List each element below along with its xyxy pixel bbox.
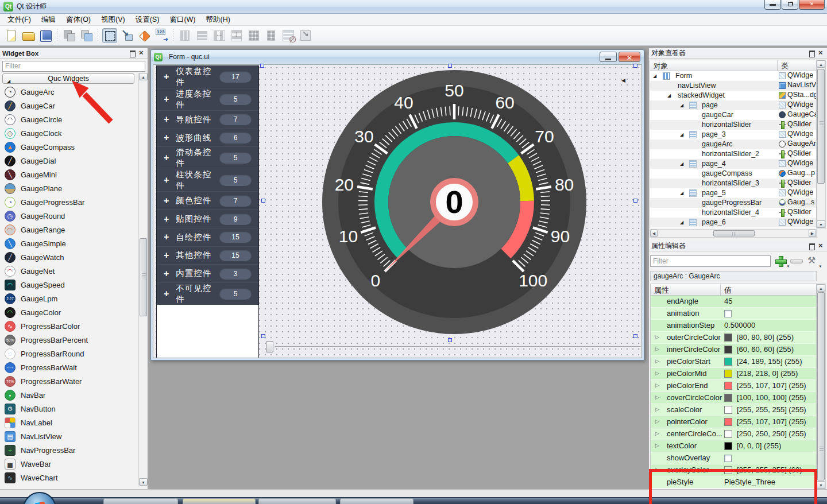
property-value-cell[interactable]: [80, 80, 80] (255) [724, 332, 816, 344]
property-value-cell[interactable]: [255, 107, 107] (255) [724, 380, 816, 392]
widget-item-GaugeSpeed[interactable]: ◠GaugeSpeed [0, 278, 139, 292]
tree-row-page_3[interactable]: ◢page_3QWidge [650, 130, 816, 139]
widget-filter-input[interactable] [2, 61, 145, 72]
selection-handle[interactable] [633, 64, 637, 68]
tree-row-page_4[interactable]: ◢page_4QWidge [650, 159, 816, 169]
widget-item-GaugeRange[interactable]: ◠GaugeRange [0, 223, 139, 237]
nav-item-2[interactable]: +导航控件7 [157, 111, 258, 129]
property-value-cell[interactable]: 45 [724, 296, 816, 308]
taskbar-button-3[interactable] [340, 498, 413, 504]
restore-button[interactable] [782, 0, 798, 10]
close-panel-icon[interactable] [817, 243, 825, 250]
menu-item-0[interactable]: 文件(F) [2, 14, 36, 26]
widget-item-NavProgressBar[interactable]: +NavProgressBar [0, 443, 139, 457]
widget-item-ProgressBarColor[interactable]: ∿ProgressBarColor [0, 319, 139, 333]
property-value-cell[interactable] [724, 308, 816, 320]
nav-item-0[interactable]: +仪表盘控件17 [157, 66, 258, 88]
widget-item-ProgressBarPercent[interactable]: 50%ProgressBarPercent [0, 333, 139, 347]
property-row-textColor[interactable]: ▷textColor[0, 0, 0] (255) [651, 440, 816, 452]
widget-item-NavListView[interactable]: ▤NavListView [0, 429, 139, 443]
nav-item-3[interactable]: +波形曲线6 [157, 129, 258, 148]
property-row-outerCircleColor[interactable]: ▷outerCircleColor[80, 80, 80] (255) [651, 332, 816, 344]
widget-item-ProgressBarWater[interactable]: 74%ProgressBarWater [0, 374, 139, 388]
tree-row-navListView[interactable]: navListViewNavListV [650, 81, 816, 91]
tree-row-gaugeArc[interactable]: gaugeArcGaugeAr [650, 139, 816, 149]
tree-row-Form[interactable]: ◢FormQWidge [650, 71, 816, 81]
tree-row-page[interactable]: ◢pageQWidge [650, 100, 816, 110]
checkbox-unchecked[interactable] [724, 455, 732, 462]
widget-item-GaugeSimple[interactable]: ╲GaugeSimple [0, 237, 139, 250]
menu-item-5[interactable]: 窗口(W) [164, 14, 200, 26]
property-value-cell[interactable] [724, 452, 816, 464]
property-value-cell[interactable]: [24, 189, 155] (255) [724, 356, 816, 368]
selection-handle[interactable] [448, 338, 452, 342]
expand-arrow-icon[interactable]: ▷ [655, 443, 659, 448]
widget-item-GaugePlane[interactable]: GaugePlane [0, 181, 139, 195]
widget-item-NavLabel[interactable]: +NavLabel [0, 416, 139, 429]
widget-item-ProgressBarWait[interactable]: ⋯ProgressBarWait [0, 360, 139, 374]
widget-item-GaugeArc[interactable]: ◔GaugeArc [0, 85, 139, 99]
expander-icon[interactable]: ◢ [680, 191, 683, 196]
expand-arrow-icon[interactable]: ▷ [655, 334, 659, 340]
nav-item-11[interactable]: +不可见控件5 [157, 283, 258, 305]
selection-handle[interactable] [261, 334, 265, 338]
taskbar-button-2[interactable] [258, 498, 336, 504]
scroll-down-icon[interactable]: ▼ [817, 220, 825, 228]
property-value-cell[interactable]: 0.500000 [724, 320, 816, 332]
expand-arrow-icon[interactable]: ▷ [655, 394, 659, 400]
column-class[interactable]: 类 [778, 60, 792, 71]
form-titlebar[interactable]: Qt Form - quc.ui ✕ [151, 50, 644, 64]
form-minimize-button[interactable] [600, 52, 617, 62]
expander-icon[interactable]: ◢ [680, 132, 683, 137]
nav-item-1[interactable]: +进度条控件5 [157, 88, 258, 111]
widget-item-GaugeCircle[interactable]: ◠GaugeCircle [0, 113, 139, 126]
widget-list-scrollbar[interactable]: ▲ ▼ [138, 73, 148, 486]
scrollbar-thumb[interactable] [713, 230, 755, 237]
nav-item-7[interactable]: +贴图控件9 [157, 210, 258, 228]
property-value-cell[interactable]: [218, 218, 0] (255) [724, 368, 816, 380]
float-panel-icon[interactable] [808, 243, 816, 250]
widget-item-NavBar[interactable]: ●NavBar [0, 388, 139, 402]
property-value-cell[interactable]: [250, 250, 250] (255) [724, 428, 816, 440]
column-object[interactable]: 对象 [650, 60, 778, 71]
nav-item-8[interactable]: +自绘控件15 [157, 228, 258, 247]
scroll-down-icon[interactable]: ▼ [139, 478, 148, 486]
lower-widgets-icon[interactable] [79, 28, 94, 43]
gauge-arc-widget[interactable]: 01020304050607080901000 [321, 69, 588, 335]
object-tree-vscrollbar[interactable]: ▲ ▼ [817, 60, 826, 228]
object-tree-hscrollbar[interactable]: ◀ ▶ [650, 229, 817, 238]
expander-icon[interactable]: ◢ [667, 93, 671, 98]
expand-arrow-icon[interactable]: ▷ [655, 346, 659, 352]
property-table-vscrollbar[interactable]: ▲ ▼ [817, 284, 826, 489]
expand-arrow-icon[interactable]: ▷ [655, 370, 659, 376]
expand-arrow-icon[interactable]: ▷ [655, 431, 659, 436]
property-filter-input[interactable] [650, 255, 771, 267]
menu-item-6[interactable]: 帮助(H) [201, 14, 235, 26]
tree-row-horizontalSlider[interactable]: horizontalSliderQSlider [650, 120, 816, 130]
nav-item-10[interactable]: +内置控件3 [157, 265, 258, 283]
widget-item-GaugeWatch[interactable]: ╱GaugeWatch [0, 250, 139, 264]
nav-listview-widget[interactable]: +仪表盘控件17+进度条控件5+导航控件7+波形曲线6+滑动条控件5+柱状条控件… [156, 65, 259, 358]
property-row-pieColorMid[interactable]: ▷pieColorMid[218, 218, 0] (255) [651, 368, 816, 380]
float-panel-icon[interactable] [808, 50, 816, 57]
column-value[interactable]: 值 [721, 284, 735, 295]
property-value-cell[interactable]: [60, 60, 60] (255) [724, 344, 816, 356]
selection-handle[interactable] [633, 334, 637, 338]
property-value-cell[interactable]: [100, 100, 100] (255) [724, 392, 816, 404]
property-row-endAngle[interactable]: endAngle45 [651, 296, 816, 308]
edit-buddies-mode-icon[interactable] [137, 28, 152, 43]
selection-handle[interactable] [633, 199, 637, 203]
widget-item-WaveChart[interactable]: ∿WaveChart [0, 471, 139, 484]
save-form-icon[interactable] [38, 28, 53, 43]
property-row-centerCircleCo...[interactable]: ▷centerCircleCo...[250, 250, 250] (255) [651, 428, 816, 440]
property-value-cell[interactable]: [255, 255, 255] (255) [724, 404, 816, 416]
expander-icon[interactable]: ◢ [680, 161, 683, 166]
edit-signals-mode-icon[interactable] [119, 28, 134, 43]
scroll-up-icon[interactable]: ▲ [817, 284, 825, 292]
widget-item-GaugeNet[interactable]: ◠GaugeNet [0, 264, 139, 278]
slider-handle[interactable] [266, 341, 273, 352]
tree-row-horizontalSlider_2[interactable]: horizontalSlider_2QSlider [650, 149, 816, 159]
widget-item-GaugeLpm[interactable]: 2.27GaugeLpm [0, 292, 139, 305]
scroll-right-icon[interactable]: ▶ [809, 230, 816, 237]
property-row-pieColorStart[interactable]: ▷pieColorStart[24, 189, 155] (255) [651, 356, 816, 368]
